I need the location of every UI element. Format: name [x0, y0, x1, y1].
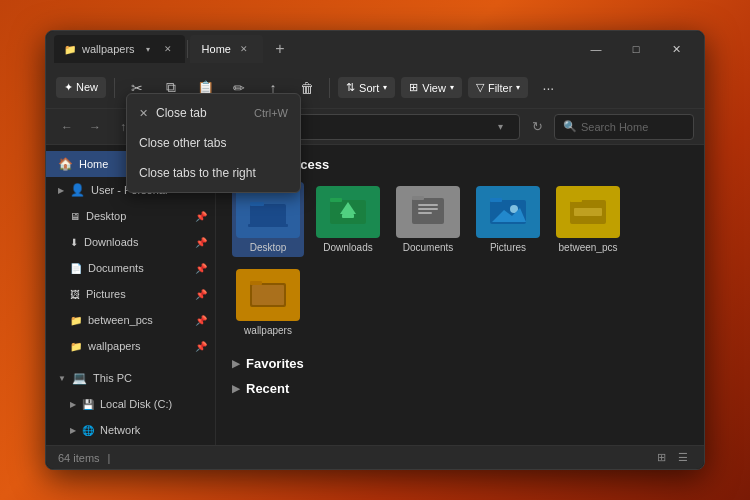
- back-button[interactable]: ←: [56, 116, 78, 138]
- sort-chevron: ▾: [383, 83, 387, 92]
- sidebar-item-wallpapers-label: wallpapers: [88, 340, 141, 352]
- quick-access-grid: Desktop Downloads: [232, 182, 688, 340]
- svg-rect-21: [252, 285, 284, 305]
- new-button[interactable]: ✦ New: [56, 77, 106, 98]
- tab-wallpapers-label: wallpapers: [82, 43, 135, 55]
- tab-dropdown-icon[interactable]: ▾: [141, 42, 155, 56]
- context-menu: ✕ Close tab Ctrl+W Close other tabs Clos…: [126, 93, 301, 193]
- sort-button[interactable]: ⇅ Sort ▾: [338, 77, 395, 98]
- folder-downloads[interactable]: Downloads: [312, 182, 384, 257]
- address-dropdown-icon[interactable]: ▾: [489, 116, 511, 138]
- status-bar: 64 items | ⊞ ☰: [46, 445, 704, 469]
- svg-rect-0: [250, 204, 286, 226]
- svg-rect-1: [250, 202, 264, 206]
- view-label: View: [422, 82, 446, 94]
- svg-rect-18: [574, 208, 602, 216]
- filter-icon: ▽: [476, 81, 484, 94]
- svg-rect-10: [418, 208, 438, 210]
- recent-title: Recent: [246, 381, 289, 396]
- network-chevron-icon: ▶: [70, 426, 76, 435]
- between-pcs-pin-icon: 📌: [195, 315, 207, 326]
- maximize-button[interactable]: □: [616, 35, 656, 63]
- svg-rect-11: [418, 212, 432, 214]
- folder-desktop-name: Desktop: [250, 242, 287, 253]
- sidebar-item-local-disk-label: Local Disk (C:): [100, 398, 172, 410]
- svg-rect-17: [570, 198, 582, 202]
- search-icon: 🔍: [563, 120, 577, 133]
- pictures-icon: 🖼: [70, 289, 80, 300]
- sidebar-item-network[interactable]: ▶ 🌐 Network: [46, 417, 215, 443]
- pictures-pin-icon: 📌: [195, 289, 207, 300]
- folder-desktop[interactable]: Desktop: [232, 182, 304, 257]
- grid-view-button[interactable]: ⊞: [652, 449, 670, 467]
- folder-wallpapers[interactable]: wallpapers: [232, 265, 304, 340]
- sidebar-item-local-disk[interactable]: ▶ 💾 Local Disk (C:): [46, 391, 215, 417]
- sidebar-item-pictures[interactable]: 🖼 Pictures 📌: [46, 281, 215, 307]
- desktop-icon: 🖥: [70, 211, 80, 222]
- user-chevron-icon: ▶: [58, 186, 64, 195]
- filter-button[interactable]: ▽ Filter ▾: [468, 77, 528, 98]
- close-other-left: Close other tabs: [139, 136, 226, 150]
- forward-button[interactable]: →: [84, 116, 106, 138]
- svg-rect-7: [412, 198, 444, 224]
- search-box[interactable]: 🔍 Search Home: [554, 114, 694, 140]
- list-view-button[interactable]: ☰: [674, 449, 692, 467]
- svg-rect-8: [412, 196, 424, 200]
- tab-wallpapers[interactable]: 📁 wallpapers ▾ ✕: [54, 35, 185, 63]
- sidebar-item-documents[interactable]: 📄 Documents 📌: [46, 255, 215, 281]
- folder-pictures-name: Pictures: [490, 242, 526, 253]
- sidebar-item-home-label: Home: [79, 158, 108, 170]
- sidebar-item-this-pc-label: This PC: [93, 372, 132, 384]
- folder-wallpapers-name: wallpapers: [244, 325, 292, 336]
- explorer-window: 📁 wallpapers ▾ ✕ Home ✕ + — □ ✕ ✦ New ✂ …: [45, 30, 705, 470]
- tab-separator: [187, 40, 188, 58]
- view-button[interactable]: ⊞ View ▾: [401, 77, 462, 98]
- folder-between-pcs[interactable]: between_pcs: [552, 182, 624, 257]
- svg-rect-4: [330, 198, 342, 202]
- toolbar-divider-2: [329, 78, 330, 98]
- folder-wallpapers-thumb: [236, 269, 300, 321]
- context-menu-close-tab[interactable]: ✕ Close tab Ctrl+W: [127, 98, 300, 128]
- local-disk-icon: 💾: [82, 399, 94, 410]
- context-menu-close-tabs-right[interactable]: Close tabs to the right: [127, 158, 300, 188]
- sidebar-item-wallpapers[interactable]: 📁 wallpapers 📌: [46, 333, 215, 359]
- local-disk-chevron-icon: ▶: [70, 400, 76, 409]
- refresh-button[interactable]: ↻: [526, 116, 548, 138]
- network-icon: 🌐: [82, 425, 94, 436]
- add-tab-button[interactable]: +: [267, 36, 293, 62]
- folder-between-pcs-name: between_pcs: [559, 242, 618, 253]
- folder-desktop-thumb: [236, 186, 300, 238]
- context-menu-close-other-tabs[interactable]: Close other tabs: [127, 128, 300, 158]
- sidebar-item-between-pcs[interactable]: 📁 between_pcs 📌: [46, 307, 215, 333]
- folder-documents-name: Documents: [403, 242, 454, 253]
- tab-home-close[interactable]: ✕: [237, 42, 251, 56]
- downloads-pin-icon: 📌: [195, 237, 207, 248]
- sidebar-item-this-pc[interactable]: ▼ 💻 This PC: [46, 365, 215, 391]
- folder-documents[interactable]: Documents: [392, 182, 464, 257]
- status-view-controls: ⊞ ☰: [652, 449, 692, 467]
- tab-home-label: Home: [202, 43, 231, 55]
- sidebar-item-network-label: Network: [100, 424, 140, 436]
- folder-pictures[interactable]: Pictures: [472, 182, 544, 257]
- folder-documents-thumb: [396, 186, 460, 238]
- folder-between-pcs-thumb: [556, 186, 620, 238]
- close-button[interactable]: ✕: [656, 35, 696, 63]
- recent-section[interactable]: ▶ Recent: [232, 381, 688, 396]
- tab-wallpapers-close[interactable]: ✕: [161, 42, 175, 56]
- more-button[interactable]: ···: [534, 74, 562, 102]
- toolbar-divider-1: [114, 78, 115, 98]
- downloads-icon: ⬇: [70, 237, 78, 248]
- close-right-left: Close tabs to the right: [139, 166, 256, 180]
- documents-pin-icon: 📌: [195, 263, 207, 274]
- this-pc-chevron-icon: ▼: [58, 374, 66, 383]
- favorites-title: Favorites: [246, 356, 304, 371]
- sidebar-item-documents-label: Documents: [88, 262, 144, 274]
- close-tab-left: ✕ Close tab: [139, 106, 207, 120]
- svg-rect-13: [490, 198, 502, 202]
- sidebar-item-desktop[interactable]: 🖥 Desktop 📌: [46, 203, 215, 229]
- minimize-button[interactable]: —: [576, 35, 616, 63]
- sidebar-item-downloads[interactable]: ⬇ Downloads 📌: [46, 229, 215, 255]
- tab-home[interactable]: Home ✕: [190, 35, 263, 63]
- favorites-section[interactable]: ▶ Favorites: [232, 356, 688, 371]
- close-tab-shortcut: Ctrl+W: [254, 107, 288, 119]
